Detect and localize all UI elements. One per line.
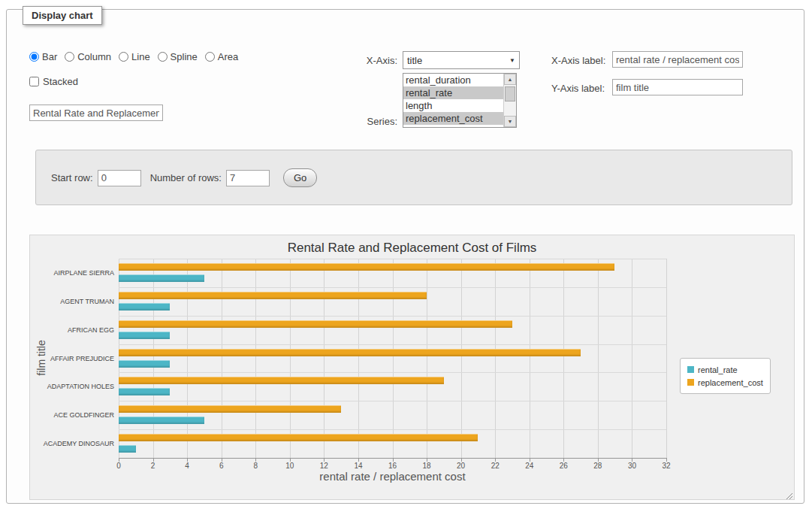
legend-swatch-icon <box>687 366 694 373</box>
chart-type-option-bar[interactable]: Bar <box>29 51 57 62</box>
x-tick-label: 16 <box>382 462 404 470</box>
category-label: ACADEMY DINOSAUR <box>32 439 114 448</box>
series-option-rental_rate[interactable]: rental_rate <box>403 86 503 99</box>
scroll-up-icon[interactable]: ▲ <box>504 74 516 85</box>
series-listbox-scrollbar[interactable]: ▲ ▼ <box>503 74 516 127</box>
chart-legend: rental_ratereplacement_cost <box>680 358 771 394</box>
chart-title: Rental Rate and Replacement Cost of Film… <box>30 241 794 256</box>
chart-type-option-area[interactable]: Area <box>205 51 238 62</box>
series-listbox[interactable]: rental_durationrental_ratelengthreplacem… <box>403 73 517 128</box>
stacked-option[interactable]: Stacked <box>29 76 78 87</box>
x-tick-label: 28 <box>587 462 609 470</box>
start-row-input[interactable] <box>98 170 141 186</box>
series-option-rental_duration[interactable]: rental_duration <box>403 74 503 86</box>
x-axis-select[interactable]: title ▼ <box>403 51 520 69</box>
series-label: Series: <box>337 116 397 127</box>
gridline <box>598 259 599 458</box>
legend-item-rental_rate[interactable]: rental_rate <box>687 363 763 376</box>
category-label: ADAPTATION HOLES <box>32 382 114 391</box>
gridline <box>119 372 666 373</box>
gridline <box>530 259 530 458</box>
gridline <box>666 259 667 458</box>
x-axis-selected-value: title <box>403 55 506 66</box>
chart-type-radio-column[interactable] <box>65 52 74 62</box>
legend-item-replacement_cost[interactable]: replacement_cost <box>687 376 763 389</box>
chart-type-option-column[interactable]: Column <box>65 51 111 62</box>
chart-type-options: Bar Column Line Spline Area <box>29 51 246 62</box>
scrollbar-thumb[interactable] <box>505 86 515 101</box>
category-label: AIRPLANE SIERRA <box>32 268 114 277</box>
scroll-down-icon[interactable]: ▼ <box>504 116 516 127</box>
gridline <box>119 344 666 345</box>
series-option-length[interactable]: length <box>403 99 503 112</box>
row-range-controls: Start row: Number of rows: Go <box>51 168 317 187</box>
x-tick-label: 30 <box>620 462 643 470</box>
gridline <box>119 316 666 317</box>
category-label: ACE GOLDFINGER <box>32 411 114 420</box>
bar-rental_rate <box>119 445 136 453</box>
gridline <box>495 259 496 458</box>
chart-type-label-area: Area <box>218 51 238 62</box>
chart-type-radio-spline[interactable] <box>158 52 168 62</box>
chart-type-option-line[interactable]: Line <box>119 51 150 62</box>
bar-replacement_cost <box>119 405 341 413</box>
stacked-checkbox[interactable] <box>29 77 39 86</box>
legend-swatch-icon <box>687 379 694 386</box>
x-tick-label: 4 <box>176 462 198 470</box>
gridline <box>324 259 324 458</box>
gridline <box>461 259 462 458</box>
start-row-label: Start row: <box>51 172 93 183</box>
gridline <box>427 259 427 458</box>
legend-label: replacement_cost <box>698 378 763 387</box>
bar-rental_rate <box>119 303 170 311</box>
x-tick-label: 32 <box>655 462 678 470</box>
go-button[interactable]: Go <box>283 168 317 187</box>
category-label: AFRICAN EGG <box>32 326 114 335</box>
x-tick-label: 12 <box>312 462 335 470</box>
category-label: AFFAIR PREJUDICE <box>32 354 114 363</box>
y-axis-label-input[interactable] <box>612 79 743 95</box>
x-tick-label: 14 <box>347 462 370 470</box>
x-tick-label: 18 <box>415 462 438 470</box>
panel-title: Display chart <box>23 6 102 25</box>
bar-rental_rate <box>119 274 204 282</box>
bar-replacement_cost <box>119 292 427 299</box>
chart-type-option-spline[interactable]: Spline <box>158 51 198 62</box>
chart-type-label-column: Column <box>77 51 111 62</box>
x-axis-title: rental rate / replacement cost <box>119 470 666 483</box>
y-axis-label-label: Y-Axis label: <box>551 83 605 94</box>
plot-area <box>119 259 666 458</box>
x-tick-label: 22 <box>484 462 506 470</box>
number-of-rows-input[interactable] <box>226 170 270 186</box>
bar-rental_rate <box>119 388 170 395</box>
x-tick-label: 8 <box>244 462 267 470</box>
x-axis-label-label: X-Axis label: <box>551 55 605 66</box>
chart-title-input[interactable] <box>29 105 163 121</box>
resize-handle-icon[interactable] <box>784 489 793 498</box>
chart-type-radio-area[interactable] <box>205 52 215 62</box>
display-chart-panel: Bar Column Line Spline Area Stacked X-Ax… <box>6 9 804 504</box>
chart-area: Rental Rate and Replacement Cost of Film… <box>29 235 795 500</box>
gridline <box>119 259 119 458</box>
series-option-replacement_cost[interactable]: replacement_cost <box>403 112 503 125</box>
x-tick-label: 2 <box>142 462 165 470</box>
legend-label: rental_rate <box>698 365 738 374</box>
dropdown-arrow-icon[interactable]: ▼ <box>506 57 519 64</box>
chart-type-radio-bar[interactable] <box>29 52 39 62</box>
number-of-rows-label: Number of rows: <box>150 172 222 183</box>
bar-rental_rate <box>119 332 170 339</box>
chart-type-label-spline: Spline <box>171 51 198 62</box>
bar-replacement_cost <box>119 320 512 328</box>
gridline <box>290 259 291 458</box>
chart-type-radio-line[interactable] <box>119 52 128 62</box>
gridline <box>119 429 666 430</box>
scrollbar-track[interactable] <box>504 85 516 116</box>
gridline <box>222 259 222 458</box>
x-tick-label: 26 <box>552 462 575 470</box>
bar-rental_rate <box>119 417 204 424</box>
gridline <box>119 287 666 288</box>
bar-replacement_cost <box>119 263 614 271</box>
gridline <box>563 259 564 458</box>
x-axis-label-input[interactable] <box>612 51 743 68</box>
bar-replacement_cost <box>119 377 444 384</box>
